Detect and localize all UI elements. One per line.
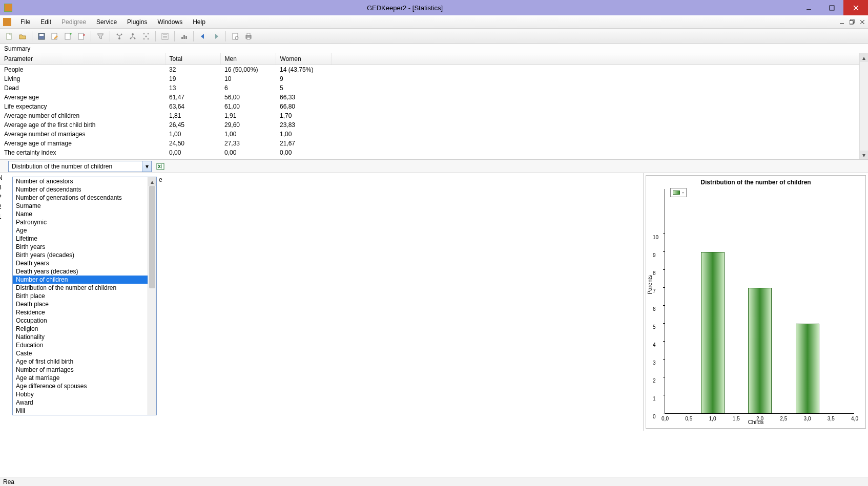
dropdown-option[interactable]: Hobby xyxy=(13,390,156,398)
menu-file[interactable]: File xyxy=(15,16,35,28)
dropdown-option[interactable]: Mili xyxy=(13,407,156,415)
chart-type-dropdown-list[interactable]: Number of ancestorsNumber of descendants… xyxy=(12,177,157,415)
dropdown-option[interactable]: Lifetime xyxy=(13,235,156,243)
dropdown-option[interactable]: Surname xyxy=(13,202,156,210)
mdi-restore-button[interactable] xyxy=(849,18,856,26)
tree-ancestors-button[interactable] xyxy=(113,30,126,43)
dropdown-option[interactable]: Number of marriages xyxy=(13,366,156,374)
column-header[interactable]: Total xyxy=(165,53,220,65)
nav-back-button[interactable] xyxy=(197,30,209,43)
menu-pedigree: Pedigree xyxy=(56,16,91,28)
tree-descendants-button[interactable] xyxy=(127,30,139,43)
table-row[interactable]: People3216 (50,00%)14 (43,75%) xyxy=(0,65,868,75)
svg-rect-40 xyxy=(247,33,250,35)
dropdown-option[interactable]: Name xyxy=(13,210,156,218)
menu-edit[interactable]: Edit xyxy=(35,16,56,28)
dropdown-option[interactable]: Birth years xyxy=(13,243,156,251)
y-tick-label: 4 xyxy=(653,342,656,348)
list-row-marker: 1 xyxy=(0,213,2,220)
table-row[interactable]: Average number of children1,811,911,70 xyxy=(0,111,868,120)
chart-title: Distribution of the number of children xyxy=(646,176,865,189)
chart-legend: - xyxy=(670,188,687,197)
dropdown-option[interactable]: Number of descendants xyxy=(13,185,156,194)
dropdown-option[interactable]: Death place xyxy=(13,300,156,308)
scroll-up-icon[interactable]: ▴ xyxy=(148,177,156,186)
tree-both-button[interactable] xyxy=(140,30,152,43)
minimize-button[interactable] xyxy=(797,0,820,15)
combobox-dropdown-button[interactable]: ▾ xyxy=(142,161,151,172)
y-tick-label: 6 xyxy=(653,306,656,312)
table-row[interactable]: The certainty index0,000,000,00 xyxy=(0,148,868,157)
y-tick-label: 3 xyxy=(653,360,656,366)
list-row-marker: 2 xyxy=(0,203,2,210)
dropdown-option[interactable]: Distribution of the number of children xyxy=(13,284,156,292)
table-row[interactable]: Average age of marriage24,5027,3321,67 xyxy=(0,139,868,148)
dropdown-option[interactable]: Number of generations of descendants xyxy=(13,194,156,202)
dropdown-option[interactable]: Death years (decades) xyxy=(13,267,156,276)
svg-rect-16 xyxy=(78,33,84,39)
x-tick-label: 2,0 xyxy=(756,416,763,421)
y-tick-label: 1 xyxy=(653,396,656,402)
mdi-close-button[interactable] xyxy=(859,18,866,26)
new-file-button[interactable] xyxy=(3,30,15,43)
svg-rect-13 xyxy=(65,33,70,39)
svg-point-28 xyxy=(143,38,144,39)
scroll-down-icon[interactable]: ▾ xyxy=(860,151,868,159)
chart-selector-bar: Distribution of the number of children ▾ xyxy=(0,160,868,173)
dropdown-option[interactable]: Age xyxy=(13,226,156,235)
table-row[interactable]: Living19109 xyxy=(0,74,868,83)
dropdown-option[interactable]: Religion xyxy=(13,325,156,333)
export-excel-button[interactable] xyxy=(155,161,166,172)
dropdown-option[interactable]: Death years xyxy=(13,259,156,267)
nav-forward-button[interactable] xyxy=(210,30,222,43)
menu-windows[interactable]: Windows xyxy=(152,16,188,28)
add-record-button[interactable] xyxy=(62,30,74,43)
table-row[interactable]: Average age61,4756,0066,33 xyxy=(0,93,868,102)
stats-button[interactable] xyxy=(178,30,190,43)
maximize-button[interactable] xyxy=(820,0,843,15)
dropdown-option[interactable]: Age at marriage xyxy=(13,374,156,382)
y-tick-label: 7 xyxy=(653,288,656,294)
dropdown-option[interactable]: Residence xyxy=(13,308,156,316)
table-row[interactable]: Average age of the first child birth26,4… xyxy=(0,120,868,130)
edit-record-button[interactable] xyxy=(49,30,61,43)
scrollbar-thumb[interactable] xyxy=(149,186,155,288)
column-header[interactable]: Women xyxy=(276,53,331,65)
open-file-button[interactable] xyxy=(16,30,29,43)
print-button[interactable] xyxy=(242,30,255,43)
filter-button[interactable] xyxy=(94,30,107,43)
preview-button[interactable] xyxy=(229,30,241,43)
dropdown-option[interactable]: Number of ancestors xyxy=(13,177,156,185)
dropdown-option[interactable]: Birth years (decades) xyxy=(13,251,156,259)
dropdown-option[interactable]: Nationality xyxy=(13,333,156,341)
table-row[interactable]: Life expectancy63,6461,0066,80 xyxy=(0,102,868,111)
close-button[interactable] xyxy=(843,0,868,15)
dropdown-option[interactable]: Occupation xyxy=(13,316,156,325)
menu-service[interactable]: Service xyxy=(91,16,122,28)
column-header[interactable]: Men xyxy=(220,53,276,65)
mdi-minimize-button[interactable] xyxy=(838,18,845,26)
chart-bar xyxy=(701,252,725,413)
dropdown-option[interactable]: Patronymic xyxy=(13,218,156,226)
dropdown-scrollbar[interactable]: ▴ xyxy=(148,177,156,415)
dropdown-option[interactable]: Age difference of spouses xyxy=(13,382,156,390)
table-row[interactable]: Dead1365 xyxy=(0,83,868,93)
dropdown-option[interactable]: Number of children xyxy=(13,276,156,284)
legend-swatch-icon xyxy=(673,191,680,195)
save-button[interactable] xyxy=(35,30,48,43)
column-header[interactable]: Parameter xyxy=(0,53,165,65)
mdi-child-icon xyxy=(3,18,11,26)
dropdown-option[interactable]: Caste xyxy=(13,349,156,357)
chart-type-combobox[interactable]: Distribution of the number of children ▾ xyxy=(8,161,152,172)
dropdown-option[interactable]: Birth place xyxy=(13,292,156,300)
pedigree-button[interactable] xyxy=(159,30,171,43)
scroll-up-icon[interactable]: ▴ xyxy=(860,53,868,62)
table-row[interactable]: Average number of marriages1,001,001,00 xyxy=(0,130,868,139)
dropdown-option[interactable]: Education xyxy=(13,341,156,349)
table-scrollbar[interactable]: ▴ ▾ xyxy=(859,53,868,159)
menu-plugins[interactable]: Plugins xyxy=(122,16,152,28)
menu-help[interactable]: Help xyxy=(188,16,211,28)
delete-record-button[interactable] xyxy=(75,30,88,43)
dropdown-option[interactable]: Award xyxy=(13,398,156,407)
dropdown-option[interactable]: Age of first child birth xyxy=(13,357,156,366)
